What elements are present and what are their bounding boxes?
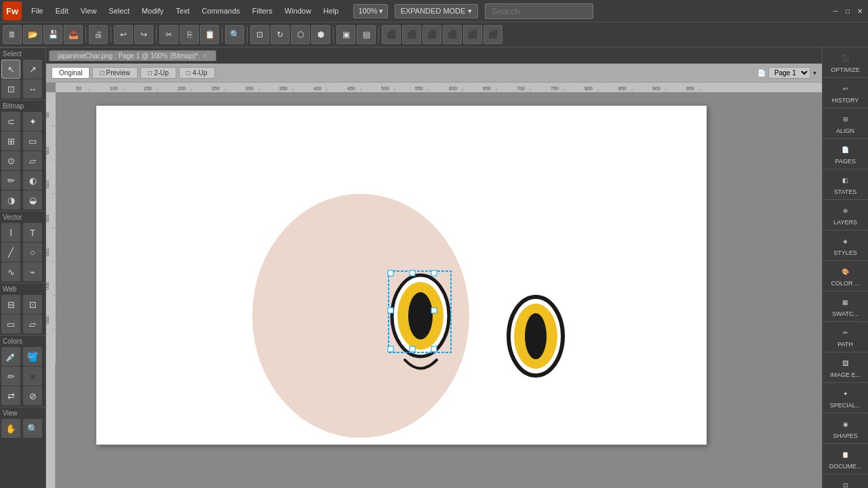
redo-button[interactable]: ↪ <box>134 25 153 44</box>
dodge-tool[interactable]: ◑ <box>1 190 20 209</box>
save-as-button[interactable]: 📤 <box>64 25 83 44</box>
subselect-tool[interactable]: ↗ <box>23 60 42 79</box>
swap-colors-btn[interactable]: ⇄ <box>1 386 20 405</box>
menu-help[interactable]: Help <box>318 4 344 18</box>
rubber-stamp-tool[interactable]: ⊙ <box>1 151 20 170</box>
optimize-panel-btn[interactable]: ⬛ OPTIMIZE <box>823 47 868 78</box>
select-label: Select <box>0 47 45 58</box>
history-panel-btn[interactable]: ↩ HISTORY <box>823 78 868 108</box>
layers-panel-btn[interactable]: ⊕ LAYERS <box>823 200 868 230</box>
eraser-tool[interactable]: ▱ <box>23 151 42 170</box>
knife-tool[interactable]: ⌁ <box>23 262 42 281</box>
image-edit-panel-btn[interactable]: 🖼 IMAGE E... <box>823 352 868 383</box>
hand-tool[interactable]: ✋ <box>1 419 20 438</box>
menu-edit[interactable]: Edit <box>50 4 74 18</box>
line-tool[interactable]: ╱ <box>1 243 20 262</box>
document-tab[interactable]: japanimeChar.png : Page 1 @ 100% (Bitmap… <box>49 50 216 61</box>
menu-select[interactable]: Select <box>103 4 135 18</box>
color-panel-btn[interactable]: 🎨 COLOR ... <box>823 261 868 291</box>
states-panel-btn[interactable]: ◧ STATES <box>823 169 868 200</box>
rotate-button[interactable]: ↻ <box>271 25 290 44</box>
slice-tool[interactable]: ⊟ <box>1 295 20 314</box>
save-button[interactable]: 💾 <box>43 25 62 44</box>
print-button[interactable]: 🖨 <box>89 25 108 44</box>
align-center-button[interactable]: ⬛ <box>402 25 421 44</box>
imagemap-tool[interactable]: ▭ <box>1 314 20 333</box>
magic-wand-tool[interactable]: ✦ <box>23 112 42 131</box>
history-icon: ↩ <box>839 82 852 96</box>
stroke-color-btn[interactable]: ✏ <box>1 367 20 386</box>
view-tab-2up[interactable]: □ 2-Up <box>140 67 176 79</box>
path-panel-btn[interactable]: ✏ PATH <box>823 322 868 352</box>
skew-button[interactable]: ⬡ <box>291 25 310 44</box>
pencil-tool[interactable]: ✏ <box>1 171 20 190</box>
eyedropper-tool[interactable]: 💉 <box>1 347 20 366</box>
align-panel-btn[interactable]: ⊞ ALIGN <box>823 108 868 139</box>
minimize-button[interactable]: ─ <box>830 5 841 16</box>
distort-button[interactable]: ⬢ <box>311 25 330 44</box>
view-tab-original[interactable]: Original <box>52 67 90 79</box>
open-button[interactable]: 📂 <box>23 25 42 44</box>
zoom-selector[interactable]: 100% ▾ <box>353 4 387 18</box>
view-tab-preview[interactable]: □ Preview <box>92 67 138 79</box>
freeform-tool[interactable]: ∿ <box>1 262 20 281</box>
find-button[interactable]: 🔍 <box>225 25 244 44</box>
menu-view[interactable]: View <box>75 4 102 18</box>
group-button[interactable]: ▣ <box>336 25 355 44</box>
undo-button[interactable]: ↩ <box>114 25 133 44</box>
hotspot-tool[interactable]: ⊡ <box>23 295 42 314</box>
new-button[interactable]: 🗎 <box>3 25 22 44</box>
canvas-page[interactable] <box>96 106 707 445</box>
align-bottom-button[interactable]: ⬛ <box>484 25 502 44</box>
marquee-tool[interactable]: ▭ <box>23 131 42 150</box>
pen-tool[interactable]: ⌇ <box>1 223 20 242</box>
oval-tool[interactable]: ○ <box>23 243 42 262</box>
transform-tool[interactable]: ↔ <box>23 79 42 98</box>
view-tab-4up[interactable]: □ 4-Up <box>179 67 215 79</box>
align-right-button[interactable]: ⬛ <box>422 25 441 44</box>
no-stroke-btn[interactable]: ⊘ <box>23 386 42 405</box>
pages-panel-btn[interactable]: 📄 PAGES <box>823 139 868 169</box>
special-panel-btn[interactable]: ✦ SPECIAL... <box>823 383 868 413</box>
copy-button[interactable]: ⎘ <box>180 25 199 44</box>
mode-dropdown[interactable]: EXPANDED MODE ▾ <box>395 4 479 18</box>
crop-tool[interactable]: ⊞ <box>1 131 20 150</box>
paint-bucket-tool[interactable]: 🪣 <box>23 347 42 366</box>
align-middle-button[interactable]: ⬛ <box>463 25 482 44</box>
menu-modify[interactable]: Modify <box>136 4 169 18</box>
close-button[interactable]: ✕ <box>854 5 865 16</box>
shapes-label: SHAPES <box>833 432 858 439</box>
smudge-tool[interactable]: ◒ <box>23 190 42 209</box>
paste-button[interactable]: 📋 <box>200 25 219 44</box>
menu-commands[interactable]: Commands <box>197 4 245 18</box>
menu-filters[interactable]: Filters <box>247 4 278 18</box>
rollover-tool[interactable]: ▱ <box>23 314 42 333</box>
pointer-tool[interactable]: ↖ <box>1 60 20 79</box>
document-panel-btn[interactable]: 📋 DOCUME... <box>823 444 868 474</box>
align-top-button[interactable]: ⬛ <box>443 25 462 44</box>
menu-text[interactable]: Text <box>170 4 195 18</box>
align-left-button[interactable]: ⬛ <box>382 25 401 44</box>
search-input[interactable] <box>485 3 593 19</box>
ungroup-button[interactable]: ▤ <box>357 25 376 44</box>
tab-close-button[interactable]: ✕ <box>202 52 208 60</box>
swatches-panel-btn[interactable]: ▦ SWATC... <box>823 291 868 322</box>
maximize-button[interactable]: □ <box>842 5 853 16</box>
svg-text:200: 200 <box>178 86 186 91</box>
fill-color-btn[interactable]: ■ <box>23 367 42 386</box>
shapes-panel-btn[interactable]: ◉ SHAPES <box>823 413 868 444</box>
text-tool[interactable]: T <box>23 223 42 242</box>
page-dropdown[interactable]: Page 1 <box>768 67 810 79</box>
lasso-tool[interactable]: ⊂ <box>1 112 20 131</box>
menu-file[interactable]: File <box>26 4 49 18</box>
scale-tool[interactable]: ⊡ <box>1 79 20 98</box>
scale-button[interactable]: ⊡ <box>250 25 269 44</box>
blur-tool[interactable]: ◐ <box>23 171 42 190</box>
cut-button[interactable]: ✂ <box>159 25 178 44</box>
common-panel-btn[interactable]: ⊡ COMMO... <box>823 474 868 488</box>
tab-label: japanimeChar.png : Page 1 @ 100% (Bitmap… <box>58 52 198 60</box>
styles-panel-btn[interactable]: ◈ STYLES <box>823 230 868 261</box>
canvas-scroll[interactable]: 50 100 150 200 250 300 350 400 450 500 5… <box>46 83 822 488</box>
zoom-tool[interactable]: 🔍 <box>23 419 42 438</box>
menu-window[interactable]: Window <box>279 4 317 18</box>
